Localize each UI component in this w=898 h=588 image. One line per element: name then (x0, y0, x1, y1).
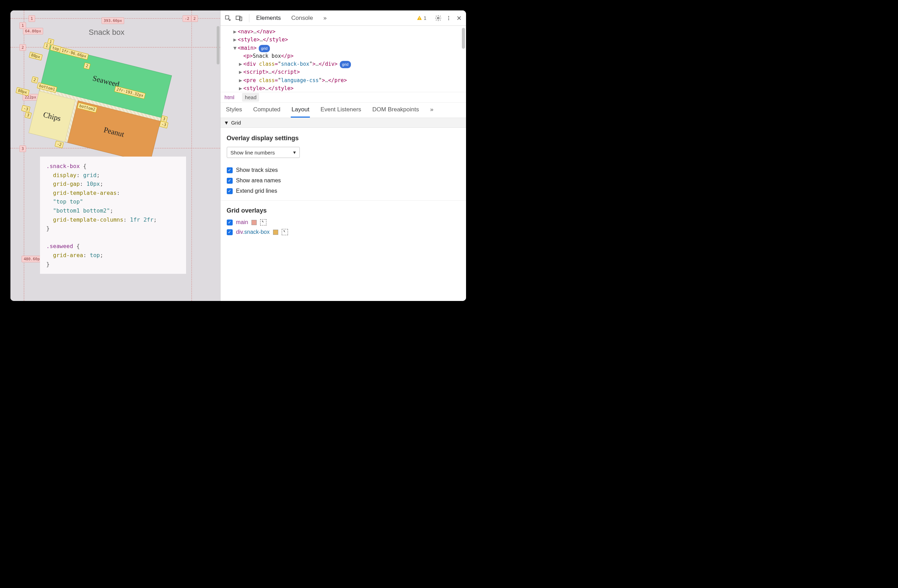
tab-console[interactable]: Console (291, 11, 314, 25)
css-code-block: .snack-box { display: grid; grid-gap: 10… (40, 157, 186, 274)
device-toggle-icon[interactable] (235, 14, 243, 22)
rendered-viewport: 393.60px 64.80px 222px 480.60px 1 -2 2 1… (11, 11, 220, 301)
subtab-eventlisteners[interactable]: Event Listeners (320, 103, 362, 118)
svg-point-5 (438, 17, 439, 19)
checkbox-area-names[interactable]: ✓ (227, 178, 233, 184)
track-row1-left: 80px (29, 51, 43, 60)
select-value: Show line numbers (231, 149, 275, 155)
page-title: Snack box (89, 28, 125, 37)
dom-row[interactable]: ▶<pre class="language-css">…</pre> (228, 77, 463, 85)
svg-point-7 (448, 17, 449, 18)
subtab-computed[interactable]: Computed (252, 103, 281, 118)
reveal-icon[interactable] (282, 229, 288, 235)
checkbox-extend-lines[interactable]: ✓ (227, 188, 233, 194)
overlay-row-snackbox: ✓ div.snack-box (227, 229, 460, 235)
track-row2-left: 80px (15, 87, 29, 96)
dom-row[interactable]: ▼<main>grid (228, 44, 463, 52)
dom-row[interactable]: ▶<style>…</style> (228, 85, 463, 92)
label-area-names: Show area names (236, 177, 281, 184)
reveal-icon[interactable] (260, 219, 266, 225)
ln-3-bl: 3 (25, 112, 32, 119)
subtab-dombreakpoints[interactable]: DOM Breakpoints (372, 103, 420, 118)
inspect-icon[interactable] (224, 14, 232, 22)
gear-icon[interactable] (435, 15, 442, 22)
dom-row[interactable]: ▶<div class="snack-box">…</div>grid (228, 60, 463, 68)
overlay-name-main: main (236, 219, 248, 225)
overlay-name-snackbox: div.snack-box (236, 229, 270, 235)
dom-scrollbar[interactable] (462, 28, 465, 49)
guide-left-2: 2 (20, 44, 26, 51)
dom-row[interactable]: <p>Snack box</p> (228, 52, 463, 60)
guide-left-3: 3 (20, 145, 26, 152)
devtools-panel: Elements Console » 1 ▶<nav>…</nav>▶<styl… (220, 11, 466, 301)
ln-2-left: 2 (31, 76, 38, 83)
tab-elements[interactable]: Elements (255, 11, 282, 25)
warnings-indicator[interactable]: 1 (417, 15, 426, 21)
checkbox-track-sizes[interactable]: ✓ (227, 167, 233, 173)
dom-row[interactable]: ▶<style>…</style> (228, 36, 463, 44)
color-swatch-main[interactable] (251, 220, 257, 225)
viewport-scrollbar[interactable] (217, 26, 220, 65)
guide-m2-tr: -2 (183, 15, 191, 22)
breadcrumbs: html head (220, 92, 466, 102)
ln-m3-tr: -3 (159, 121, 169, 128)
line-numbers-select[interactable]: Show line numbers ▾ (227, 147, 300, 158)
subtab-styles[interactable]: Styles (225, 103, 243, 118)
tab-more[interactable]: » (323, 11, 327, 25)
label-track-sizes: Show track sizes (236, 167, 278, 173)
devtools-window: 393.60px 64.80px 222px 480.60px 1 -2 2 1… (11, 11, 466, 301)
breadcrumb-html[interactable]: html (224, 94, 234, 100)
guide-left-1: 1 (20, 22, 26, 29)
layout-panel-body: Overlay display settings Show line numbe… (220, 128, 466, 243)
svg-rect-3 (420, 17, 420, 18)
heading-overlay-settings: Overlay display settings (227, 135, 460, 142)
guide-1-tl: 1 (29, 15, 35, 22)
svg-point-6 (448, 16, 449, 17)
dom-row[interactable]: ▶<nav>…</nav> (228, 28, 463, 36)
color-swatch-snackbox[interactable] (273, 229, 278, 235)
section-grid[interactable]: ▼ Grid (220, 118, 466, 128)
label-extend-lines: Extend grid lines (236, 188, 277, 194)
svg-rect-4 (420, 19, 420, 19)
styles-subtabs: Styles Computed Layout Event Listeners D… (220, 102, 466, 118)
dom-row[interactable]: ▶<script>…</script> (228, 68, 463, 76)
ln-m2-b: -2 (55, 140, 64, 148)
subtab-layout[interactable]: Layout (291, 103, 310, 118)
chevron-down-icon: ▾ (293, 149, 296, 155)
heading-grid-overlays: Grid overlays (227, 207, 460, 214)
svg-point-8 (448, 19, 449, 20)
devtools-toolbar: Elements Console » 1 (220, 11, 466, 26)
dom-tree[interactable]: ▶<nav>…</nav>▶<style>…</style>▼<main>gri… (220, 26, 466, 92)
section-grid-label: Grid (231, 120, 241, 126)
guide-2-tr: 2 (191, 15, 198, 22)
measure-top-width: 393.60px (101, 17, 124, 24)
breadcrumb-head[interactable]: head (242, 93, 259, 102)
disclosure-triangle-icon: ▼ (224, 120, 229, 126)
warn-count: 1 (424, 15, 426, 21)
checkbox-overlay-main[interactable]: ✓ (227, 220, 233, 225)
kebab-icon[interactable] (445, 15, 452, 22)
subtab-more[interactable]: » (429, 103, 434, 118)
overlay-row-main: ✓ main (227, 219, 460, 225)
close-icon[interactable] (456, 15, 463, 22)
snack-box-grid: Seaweed Chips Peanut 1 1 top 1fr·96.66px… (29, 45, 172, 163)
measure-row1-h: 64.80px (23, 28, 43, 34)
checkbox-overlay-snackbox[interactable]: ✓ (227, 229, 233, 235)
